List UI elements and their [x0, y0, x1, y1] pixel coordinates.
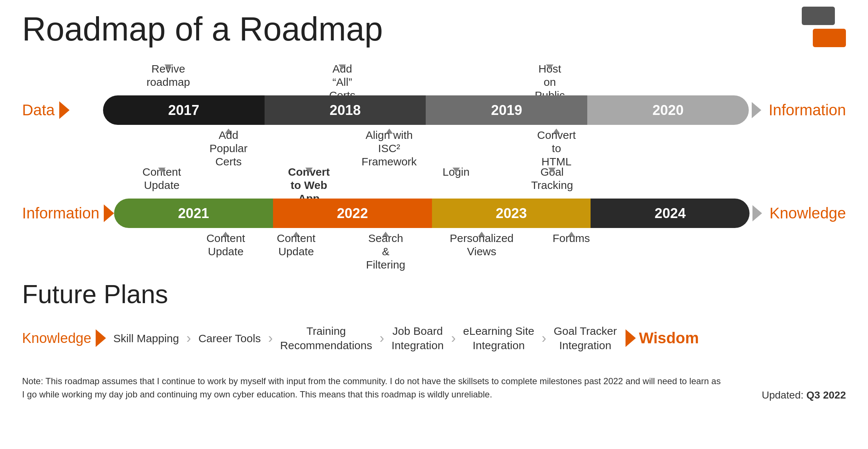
annotation-content-update-below1: Content Update: [222, 232, 229, 239]
annotation-content-update-above: Content Update: [158, 165, 166, 173]
segment-2022: 2022: [273, 199, 432, 228]
future-item-2: Training Recommendations: [280, 324, 372, 352]
annotation-goal-tracking: Goal Tracking: [548, 165, 556, 173]
annotation-personalized-views: Personalized Views: [478, 232, 485, 239]
page-title: Roadmap of a Roadmap: [22, 11, 846, 48]
timeline-2-track: 2021 2022 2023 2024: [114, 199, 750, 228]
segment-2020: 2020: [587, 95, 749, 125]
future-start-chevron: [96, 329, 106, 347]
footer-section: Note: This roadmap assumes that I contin…: [22, 375, 846, 401]
future-item-4: eLearning Site Integration: [463, 324, 534, 352]
segment-2019: 2019: [426, 95, 587, 125]
timeline-1-row: Data 2017 2018 2019 2020 Information: [22, 95, 846, 125]
annotation-align-isc: Align with ISC² Framework: [386, 129, 393, 136]
future-item-3: Job Board Integration: [392, 324, 444, 352]
segment-2017: 2017: [103, 95, 265, 125]
annotation-search-filtering: Search & Filtering: [382, 232, 389, 239]
segment-2024: 2024: [591, 199, 750, 228]
timeline-2-row: Information 2021 2022 2023 2024 Knowledg…: [22, 199, 846, 228]
future-plans-section: Future Plans Knowledge Skill Mapping › C…: [22, 280, 846, 352]
annotation-convert-web-app: Convert to Web App: [305, 165, 313, 173]
future-chevron-4: ›: [542, 330, 546, 346]
timeline-2-start-chevron: [104, 204, 114, 222]
future-chevron-3: ›: [451, 330, 456, 346]
annotation-add-all-certs: Add “All” Certs: [339, 62, 346, 70]
annotation-convert-html: Convert to HTML: [553, 129, 560, 136]
annotation-content-update-below2: Content Update: [293, 232, 300, 239]
future-end-label: Wisdom: [624, 329, 699, 347]
annotation-revive-roadmap: Revive roadmap: [164, 62, 172, 70]
timeline-1-start-label: Data: [22, 101, 103, 119]
corner-decoration-gray: [802, 7, 835, 25]
future-item-1: Career Tools: [198, 331, 261, 345]
segment-2023: 2023: [432, 199, 591, 228]
note-text: Note: This roadmap assumes that I contin…: [22, 375, 721, 401]
timeline-1-start-chevron: [59, 101, 70, 119]
future-start-label: Knowledge: [22, 329, 106, 347]
timeline-2: Content Update Convert to Web App Login …: [22, 165, 846, 265]
future-item-0: Skill Mapping: [113, 331, 179, 345]
future-plans-row: Knowledge Skill Mapping › Career Tools ›…: [22, 324, 846, 352]
annotation-add-popular-certs: Add Popular Certs: [225, 129, 232, 136]
annotation-login: Login: [453, 165, 460, 173]
corner-decoration-orange: [813, 29, 846, 47]
segment-2018: 2018: [265, 95, 426, 125]
annotation-forums: Forums: [568, 232, 575, 239]
future-end-chevron: [626, 329, 636, 347]
segment-2021: 2021: [114, 199, 273, 228]
timeline-2-start-label: Information: [22, 204, 114, 222]
updated-section: Updated: Q3 2022: [762, 389, 846, 401]
timeline-1-track: 2017 2018 2019 2020: [103, 95, 749, 125]
timeline-1: Revive roadmap Add “All” Certs Host on P…: [22, 62, 846, 154]
updated-value: Q3 2022: [807, 389, 846, 401]
timeline-2-end-chevron-gray: [752, 205, 762, 221]
timeline-2-end: Knowledge: [752, 204, 846, 222]
future-chevron-2: ›: [379, 330, 384, 346]
future-item-5: Goal Tracker Integration: [554, 324, 617, 352]
future-chevron-0: ›: [186, 330, 191, 346]
future-plans-title: Future Plans: [22, 280, 846, 309]
timeline-1-end: Information: [752, 101, 846, 119]
future-chevron-1: ›: [268, 330, 273, 346]
annotation-host-public-site: Host on Public Site: [546, 62, 553, 70]
timeline-1-end-chevron: [752, 102, 761, 118]
